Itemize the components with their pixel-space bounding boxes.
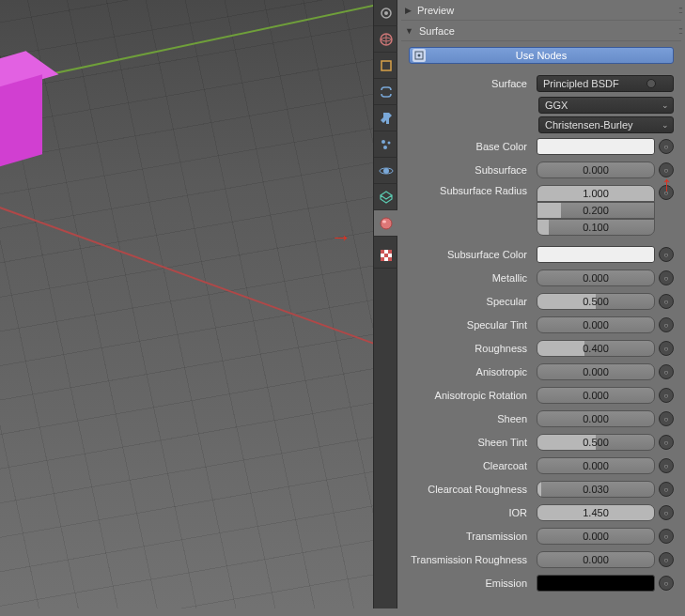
modifiers-tab-icon[interactable] (374, 105, 398, 131)
sheen-field[interactable]: 0.000 (537, 410, 655, 427)
sss-radius-y[interactable]: 0.200 (537, 202, 655, 219)
base-color-node-dot[interactable]: ○ (659, 139, 674, 154)
chevron-down-icon: ⌄ (662, 120, 669, 130)
svg-rect-16 (388, 254, 392, 257)
svg-rect-3 (381, 61, 391, 70)
svg-point-6 (383, 146, 387, 149)
specular-row: Specular 0.500 ○ (401, 291, 674, 312)
roughness-label: Roughness (401, 343, 533, 354)
surface-label: Surface (419, 25, 455, 37)
clearcoat_roughness-field[interactable]: 0.030 (537, 481, 655, 498)
transmission_roughness-field[interactable]: 0.000 (537, 551, 655, 568)
sss-radius-x[interactable]: 1.000 (537, 185, 655, 202)
metallic-label: Metallic (401, 272, 533, 284)
surface-panel-header[interactable]: ▼ Surface :::: (401, 21, 681, 41)
drag-grip-icon[interactable]: :::: (678, 25, 681, 36)
specular-node-dot[interactable]: ○ (659, 294, 674, 309)
constraints-tab-icon[interactable] (374, 79, 398, 105)
emission-node-dot[interactable]: ○ (659, 576, 674, 591)
sss-method-dropdown[interactable]: Christensen-Burley ⌄ (538, 116, 674, 133)
svg-rect-12 (384, 250, 388, 254)
specular_tint-label: Specular Tint (401, 319, 533, 331)
world-tab-icon[interactable] (374, 26, 398, 53)
physics-tab-icon[interactable] (374, 158, 398, 184)
anisotropic-field[interactable]: 0.000 (537, 363, 655, 380)
transmission-field[interactable]: 0.000 (537, 528, 655, 545)
distribution-dropdown[interactable]: GGX ⌄ (538, 97, 674, 114)
anisotropic_rotation-field[interactable]: 0.000 (537, 387, 655, 404)
specular_tint-field[interactable]: 0.000 (537, 316, 655, 333)
subsurface-color-node-dot[interactable]: ○ (659, 247, 674, 262)
ior-node-dot[interactable]: ○ (659, 505, 674, 520)
subsurface-field[interactable]: 0.000 (537, 162, 655, 178)
subsurface-radius-vector: 1.000 0.200 0.100 (537, 185, 655, 236)
use-nodes-label: Use Nodes (516, 50, 567, 61)
clearcoat_roughness-node-dot[interactable]: ○ (659, 482, 674, 497)
specular-field[interactable]: 0.500 (537, 293, 655, 310)
anisotropic_rotation-label: Anisotropic Rotation (401, 390, 533, 401)
properties-tab-strip (373, 0, 397, 608)
subsurface-radius-label: Subsurface Radius (401, 185, 533, 196)
ior-label: IOR (401, 507, 533, 518)
clearcoat_roughness-label: Clearcoat Roughness (401, 484, 533, 495)
base-color-swatch[interactable] (537, 138, 655, 155)
use-nodes-button[interactable]: Use Nodes (409, 47, 674, 64)
svg-rect-17 (381, 257, 384, 261)
svg-rect-11 (381, 250, 384, 254)
sheen_tint-node-dot[interactable]: ○ (659, 435, 674, 450)
svg-point-1 (384, 11, 388, 15)
base-color-label: Base Color (401, 141, 533, 152)
transmission-roughness-row: Transmission Roughness 0.000 ○ (401, 549, 674, 570)
ior-field[interactable]: 1.450 (537, 504, 655, 521)
texture-tab-icon[interactable] (374, 242, 398, 269)
base-color-row: Base Color ○ (401, 136, 674, 157)
svg-point-4 (381, 140, 385, 144)
render-tab-icon[interactable] (374, 0, 398, 26)
sss-radius-z[interactable]: 0.100 (537, 219, 655, 236)
transmission_roughness-node-dot[interactable]: ○ (659, 552, 674, 567)
emission-swatch[interactable] (537, 575, 655, 592)
metallic-node-dot[interactable]: ○ (659, 270, 674, 285)
roughness-field[interactable]: 0.400 (537, 340, 655, 357)
node-link-dot[interactable] (646, 79, 656, 88)
roughness-node-dot[interactable]: ○ (659, 341, 674, 356)
anisotropic_rotation-node-dot[interactable]: ○ (659, 388, 674, 403)
emission-label: Emission (401, 578, 533, 589)
annotation-arrow-up: → (654, 175, 678, 195)
subsurface-color-swatch[interactable] (537, 246, 655, 263)
surface-shader-row: Surface Principled BSDF (401, 73, 674, 94)
clearcoat-roughness-row: Clearcoat Roughness 0.030 ○ (401, 479, 674, 500)
transmission-node-dot[interactable]: ○ (659, 529, 674, 544)
specular-tint-row: Specular Tint 0.000 ○ (401, 315, 674, 335)
material-properties-panel: ▶ Preview :::: ▼ Surface :::: Use Nodes … (397, 0, 685, 608)
anisotropic-node-dot[interactable]: ○ (659, 364, 674, 379)
sheen_tint-field[interactable]: 0.500 (537, 434, 655, 451)
data-tab-icon[interactable] (374, 184, 398, 210)
clearcoat-row: Clearcoat 0.000 ○ (401, 455, 674, 476)
roughness-row: Roughness 0.400 ○ (401, 338, 674, 359)
surface-shader-label: Surface (401, 78, 533, 89)
svg-point-21 (418, 54, 421, 57)
emission-row: Emission ○ (401, 573, 674, 593)
chevron-down-icon: ⌄ (662, 100, 669, 110)
object-tab-icon[interactable] (374, 53, 398, 79)
sheen-node-dot[interactable]: ○ (659, 411, 674, 426)
grid-floor (0, 0, 373, 608)
metallic-field[interactable]: 0.000 (537, 270, 655, 286)
preview-panel-header[interactable]: ▶ Preview :::: (401, 0, 681, 21)
surface-shader-dropdown[interactable]: Principled BSDF (537, 75, 674, 92)
sheen-tint-row: Sheen Tint 0.500 ○ (401, 432, 674, 453)
ior-row: IOR 1.450 ○ (401, 502, 674, 523)
clearcoat-field[interactable]: 0.000 (537, 457, 655, 474)
clearcoat-node-dot[interactable]: ○ (659, 458, 674, 473)
svg-rect-13 (388, 250, 392, 254)
specular-label: Specular (401, 296, 533, 307)
svg-rect-15 (384, 254, 388, 257)
viewport-3d[interactable]: → (0, 0, 373, 608)
material-tab-icon[interactable] (374, 210, 398, 237)
specular_tint-node-dot[interactable]: ○ (659, 317, 674, 332)
metallic-row: Metallic 0.000 ○ (401, 268, 674, 288)
subsurface-color-row: Subsurface Color ○ (401, 244, 674, 265)
drag-grip-icon[interactable]: :::: (678, 5, 681, 15)
particles-tab-icon[interactable] (374, 131, 398, 158)
